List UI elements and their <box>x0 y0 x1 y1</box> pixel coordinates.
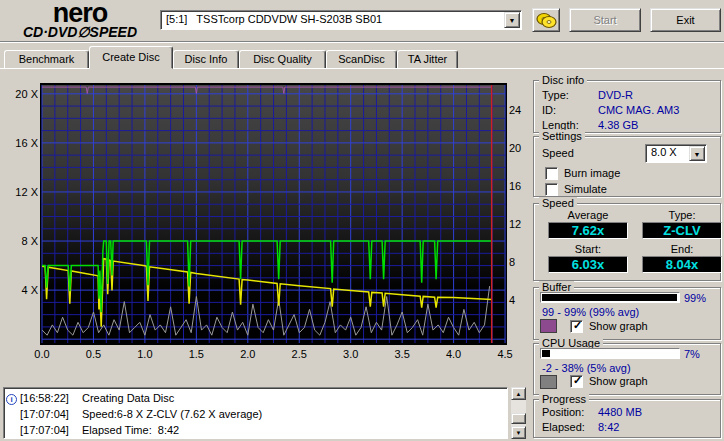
elapsed-value: 8:42 <box>598 421 619 433</box>
tab-label: Create Disc <box>102 51 159 63</box>
log-timestamp: [17:07:04] <box>20 408 82 420</box>
scrollbar-down-button[interactable]: ▼ <box>511 426 526 439</box>
exit-button-label: Exit <box>676 14 694 26</box>
discs-icon <box>535 11 557 29</box>
svg-text:8: 8 <box>509 256 515 268</box>
log-scrollbar[interactable]: ▲ ▼ <box>511 387 526 439</box>
svg-text:12 X: 12 X <box>15 186 38 198</box>
simulate-label: Simulate <box>564 183 607 195</box>
buffer-level-bar-fill <box>542 294 677 301</box>
speed-group-title: Speed <box>539 197 577 209</box>
end-speed-label: End: <box>642 243 722 255</box>
start-speed-label: Start: <box>548 243 628 255</box>
triangle-up-icon: ▲ <box>516 391 522 397</box>
svg-text:4.0: 4.0 <box>446 348 461 360</box>
svg-text:20: 20 <box>509 142 521 154</box>
log-text: Elapsed Time: 8:42 <box>82 424 179 436</box>
svg-text:3.5: 3.5 <box>395 348 410 360</box>
tab-scandisc[interactable]: ScanDisc <box>326 50 397 69</box>
cpu-usage-bar <box>540 348 680 359</box>
nero-logo-text: nero <box>4 1 156 25</box>
svg-text:2.0: 2.0 <box>240 348 255 360</box>
tab-disc-quality[interactable]: Disc Quality <box>239 50 326 69</box>
disc-id-value: CMC MAG. AM3 <box>598 104 679 116</box>
position-value: 4480 MB <box>598 406 642 418</box>
svg-text:16 X: 16 X <box>15 137 38 149</box>
start-button-label: Start <box>593 14 616 26</box>
cpu-show-graph-checkbox[interactable]: ✓ <box>570 375 583 388</box>
svg-text:8 X: 8 X <box>21 235 38 247</box>
speed-select-value: 8.0 X <box>651 146 686 158</box>
svg-text:1.5: 1.5 <box>189 348 204 360</box>
speed-select-dropdown-button[interactable]: ▼ <box>689 146 705 161</box>
chevron-down-icon: ▼ <box>694 151 701 158</box>
status-log: i [16:58:22] Creating Data Disc [17:07:0… <box>3 387 508 439</box>
speed-group: Speed Average Type: 7.62x Z-CLV Start: E… <box>533 203 721 281</box>
progress-group-title: Progress <box>539 393 589 405</box>
checkmark-icon: ✓ <box>573 319 582 332</box>
svg-text:0.0: 0.0 <box>34 348 49 360</box>
write-speed-chart: 4 X8 X12 X16 X20 X48121620240.00.51.01.5… <box>0 74 530 370</box>
nero-cd-dvd-speed-window: nero CD·DVD∅SPEED [5:1] TSSTcorp CDDVDW … <box>0 0 724 441</box>
svg-text:4 X: 4 X <box>21 284 38 296</box>
disc-info-group: Disc info Type: DVD-R ID: CMC MAG. AM3 L… <box>533 80 721 133</box>
buffer-range-text: 99 - 99% (99% avg) <box>542 306 639 318</box>
disc-options-button[interactable] <box>532 8 560 32</box>
buffer-series-color-swatch <box>540 319 557 333</box>
burn-image-checkbox[interactable] <box>545 167 558 180</box>
svg-text:1.0: 1.0 <box>137 348 152 360</box>
speed-type-label: Type: <box>642 209 722 221</box>
triangle-down-icon: ▼ <box>516 430 522 436</box>
disc-id-label: ID: <box>542 104 556 116</box>
svg-text:3.0: 3.0 <box>343 348 358 360</box>
cpu-show-graph-label: Show graph <box>589 375 648 387</box>
buffer-group: Buffer 99% 99 - 99% (99% avg) ✓ Show gra… <box>533 287 721 340</box>
scrollbar-up-button[interactable]: ▲ <box>511 387 526 400</box>
speed-setting-label: Speed <box>542 147 574 159</box>
simulate-checkbox[interactable] <box>545 183 558 196</box>
tab-benchmark[interactable]: Benchmark <box>4 50 89 69</box>
svg-text:0.5: 0.5 <box>86 348 101 360</box>
svg-text:16: 16 <box>509 180 521 192</box>
cpu-range-text: -2 - 38% (5% avg) <box>542 362 631 374</box>
log-entry: i [16:58:22] Creating Data Disc <box>6 390 505 406</box>
buffer-show-graph-label: Show graph <box>589 320 648 332</box>
toolbar-separator <box>0 41 724 43</box>
drive-select-combo[interactable]: [5:1] TSSTcorp CDDVDW SH-S203B SB01 ▼ <box>160 10 522 30</box>
svg-text:4: 4 <box>509 294 515 306</box>
svg-text:4.5: 4.5 <box>497 348 512 360</box>
cpu-series-color-swatch <box>540 375 557 389</box>
checkmark-icon: ✓ <box>573 374 582 387</box>
svg-text:20 X: 20 X <box>15 88 38 100</box>
drive-select-value: [5:1] TSSTcorp CDDVDW SH-S203B SB01 <box>166 13 501 25</box>
log-timestamp: [16:58:22] <box>20 392 82 404</box>
cpu-percent-value: 7% <box>684 348 700 360</box>
end-speed-display: 8.04x <box>642 256 722 273</box>
buffer-show-graph-checkbox[interactable]: ✓ <box>570 320 583 333</box>
tab-ta-jitter[interactable]: TA Jitter <box>397 50 458 69</box>
tab-disc-info[interactable]: Disc Info <box>173 50 239 69</box>
svg-text:24: 24 <box>509 104 521 116</box>
exit-button[interactable]: Exit <box>650 8 721 32</box>
log-text: Creating Data Disc <box>82 392 174 404</box>
settings-title: Settings <box>539 130 585 142</box>
tab-label: Disc Quality <box>253 53 312 65</box>
tab-label: TA Jitter <box>408 53 448 65</box>
burn-image-label: Burn image <box>564 167 620 179</box>
log-entry: [17:07:04] Elapsed Time: 8:42 <box>6 422 505 438</box>
buffer-percent-value: 99% <box>684 292 706 304</box>
settings-group: Settings Speed 8.0 X ▼ Burn image Simula… <box>533 136 721 197</box>
scrollbar-thumb[interactable] <box>511 413 526 424</box>
drive-select-dropdown-button[interactable]: ▼ <box>504 12 520 28</box>
position-label: Position: <box>542 406 584 418</box>
nero-logo: nero CD·DVD∅SPEED <box>4 1 156 41</box>
elapsed-label: Elapsed: <box>542 421 585 433</box>
disc-type-label: Type: <box>542 89 569 101</box>
tab-label: ScanDisc <box>338 53 384 65</box>
disc-length-value: 4.38 GB <box>598 119 638 131</box>
speed-select-combo[interactable]: 8.0 X ▼ <box>645 144 707 163</box>
start-speed-display: 6.03x <box>548 256 628 273</box>
start-button[interactable]: Start <box>569 8 641 32</box>
tab-create-disc[interactable]: Create Disc <box>89 46 173 69</box>
tab-label: Disc Info <box>185 53 228 65</box>
